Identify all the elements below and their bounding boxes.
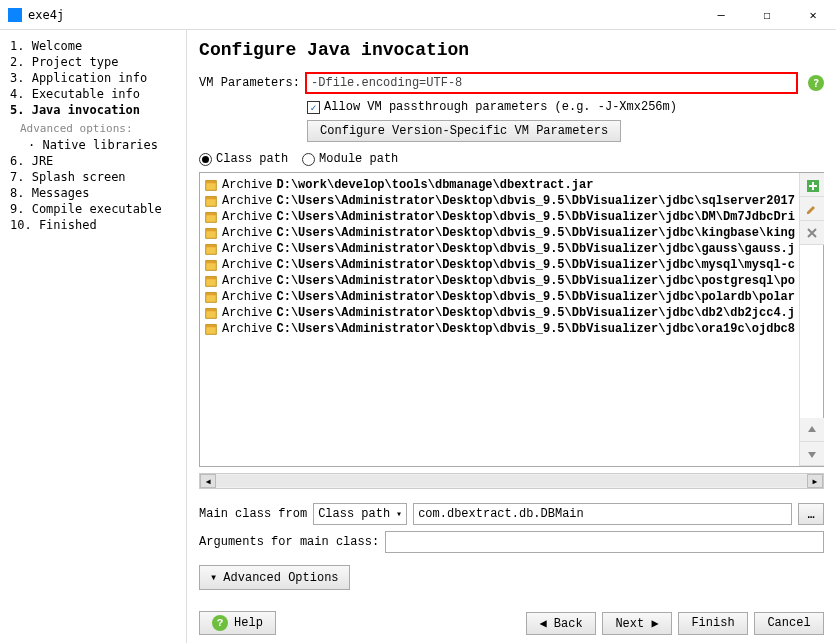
sidebar-item-splash[interactable]: 7. Splash screen xyxy=(10,169,176,185)
advanced-options-label: Advanced Options xyxy=(223,571,338,585)
sidebar-item-exe-info[interactable]: 4. Executable info xyxy=(10,86,176,102)
archive-label: Archive xyxy=(222,226,272,240)
sidebar-item-java-invocation[interactable]: 5. Java invocation xyxy=(10,102,176,118)
content: Configure Java invocation VM Parameters:… xyxy=(187,30,836,643)
archive-label: Archive xyxy=(222,194,272,208)
advanced-options-button[interactable]: ▾ Advanced Options xyxy=(199,565,349,590)
svg-rect-3 xyxy=(206,197,217,200)
archive-label: Archive xyxy=(222,178,272,192)
sidebar-item-compile[interactable]: 9. Compile executable xyxy=(10,201,176,217)
vm-params-label: VM Parameters: xyxy=(199,76,299,90)
list-item[interactable]: Archive C:\Users\Administrator\Desktop\d… xyxy=(202,209,797,225)
minimize-button[interactable]: — xyxy=(698,0,744,29)
svg-rect-15 xyxy=(206,293,217,296)
archive-path: D:\work\develop\tools\dbmanage\dbextract… xyxy=(277,178,594,192)
back-button[interactable]: ◀ Back xyxy=(526,612,596,635)
list-item[interactable]: Archive C:\Users\Administrator\Desktop\d… xyxy=(202,321,797,337)
archive-path: C:\Users\Administrator\Desktop\dbvis_9.5… xyxy=(277,242,795,256)
list-item[interactable]: Archive C:\Users\Administrator\Desktop\d… xyxy=(202,273,797,289)
archive-path: C:\Users\Administrator\Desktop\dbvis_9.5… xyxy=(277,274,795,288)
arguments-input[interactable] xyxy=(385,531,824,553)
svg-rect-13 xyxy=(206,277,217,280)
archive-label: Archive xyxy=(222,242,272,256)
window-title: exe4j xyxy=(28,8,64,22)
modulepath-radio-label: Module path xyxy=(319,152,398,166)
archive-label: Archive xyxy=(222,306,272,320)
wizard-sidebar: 1. Welcome 2. Project type 3. Applicatio… xyxy=(0,30,187,643)
scroll-left-button[interactable]: ◀ xyxy=(200,474,216,488)
cancel-button[interactable]: Cancel xyxy=(754,612,824,635)
svg-rect-9 xyxy=(206,245,217,248)
archive-path: C:\Users\Administrator\Desktop\dbvis_9.5… xyxy=(277,290,795,304)
add-entry-button[interactable] xyxy=(800,173,824,197)
next-button[interactable]: Next ▶ xyxy=(602,612,672,635)
archive-path: C:\Users\Administrator\Desktop\dbvis_9.5… xyxy=(277,226,795,240)
titlebar: exe4j — ☐ ✕ xyxy=(0,0,836,30)
allow-passthrough-checkbox[interactable]: ✓ xyxy=(307,101,320,114)
list-item[interactable]: Archive C:\Users\Administrator\Desktop\d… xyxy=(202,305,797,321)
remove-entry-button[interactable] xyxy=(800,221,824,245)
page-title: Configure Java invocation xyxy=(199,40,824,60)
main-class-input[interactable] xyxy=(413,503,792,525)
h-scrollbar[interactable]: ◀ ▶ xyxy=(199,473,824,489)
main-class-from-label: Main class from xyxy=(199,507,307,521)
archive-path: C:\Users\Administrator\Desktop\dbvis_9.5… xyxy=(277,258,795,272)
arguments-label: Arguments for main class: xyxy=(199,535,379,549)
list-item[interactable]: Archive C:\Users\Administrator\Desktop\d… xyxy=(202,193,797,209)
sidebar-item-jre[interactable]: 6. JRE xyxy=(10,153,176,169)
archive-path: C:\Users\Administrator\Desktop\dbvis_9.5… xyxy=(277,306,795,320)
svg-rect-5 xyxy=(206,213,217,216)
help-button[interactable]: ?Help xyxy=(199,611,276,635)
app-icon xyxy=(8,8,22,22)
classpath-radio[interactable]: Class path xyxy=(199,152,288,166)
sidebar-item-native-libs[interactable]: · Native libraries xyxy=(10,137,176,153)
maximize-button[interactable]: ☐ xyxy=(744,0,790,29)
svg-rect-11 xyxy=(206,261,217,264)
list-item[interactable]: Archive C:\Users\Administrator\Desktop\d… xyxy=(202,257,797,273)
archive-label: Archive xyxy=(222,274,272,288)
classpath-list[interactable]: Archive D:\work\develop\tools\dbmanage\d… xyxy=(200,173,799,466)
allow-passthrough-label: Allow VM passthrough parameters (e.g. -J… xyxy=(324,100,677,114)
sidebar-advanced-label: Advanced options: xyxy=(10,118,176,137)
archive-label: Archive xyxy=(222,258,272,272)
modulepath-radio[interactable]: Module path xyxy=(302,152,398,166)
list-item[interactable]: Archive D:\work\develop\tools\dbmanage\d… xyxy=(202,177,797,193)
scroll-right-button[interactable]: ▶ xyxy=(807,474,823,488)
archive-path: C:\Users\Administrator\Desktop\dbvis_9.5… xyxy=(277,194,795,208)
vm-params-input[interactable] xyxy=(305,72,798,94)
svg-rect-1 xyxy=(206,181,217,184)
help-icon[interactable]: ? xyxy=(808,75,824,91)
browse-main-class-button[interactable]: … xyxy=(798,503,824,525)
sidebar-item-finished[interactable]: 10. Finished xyxy=(10,217,176,233)
archive-path: C:\Users\Administrator\Desktop\dbvis_9.5… xyxy=(277,210,795,224)
finish-button[interactable]: Finish xyxy=(678,612,748,635)
list-item[interactable]: Archive C:\Users\Administrator\Desktop\d… xyxy=(202,289,797,305)
svg-rect-17 xyxy=(206,309,217,312)
archive-label: Archive xyxy=(222,322,272,336)
move-down-button[interactable] xyxy=(800,442,824,466)
move-up-button[interactable] xyxy=(800,418,824,442)
sidebar-item-messages[interactable]: 8. Messages xyxy=(10,185,176,201)
list-item[interactable]: Archive C:\Users\Administrator\Desktop\d… xyxy=(202,225,797,241)
edit-entry-button[interactable] xyxy=(800,197,824,221)
list-item[interactable]: Archive C:\Users\Administrator\Desktop\d… xyxy=(202,241,797,257)
classpath-radio-label: Class path xyxy=(216,152,288,166)
main-class-select[interactable]: Class path xyxy=(313,503,407,525)
archive-label: Archive xyxy=(222,210,272,224)
svg-rect-7 xyxy=(206,229,217,232)
archive-label: Archive xyxy=(222,290,272,304)
sidebar-item-project-type[interactable]: 2. Project type xyxy=(10,54,176,70)
sidebar-item-app-info[interactable]: 3. Application info xyxy=(10,70,176,86)
close-button[interactable]: ✕ xyxy=(790,0,836,29)
sidebar-item-welcome[interactable]: 1. Welcome xyxy=(10,38,176,54)
archive-path: C:\Users\Administrator\Desktop\dbvis_9.5… xyxy=(277,322,795,336)
configure-vm-button[interactable]: Configure Version-Specific VM Parameters xyxy=(307,120,621,142)
svg-rect-19 xyxy=(206,325,217,328)
